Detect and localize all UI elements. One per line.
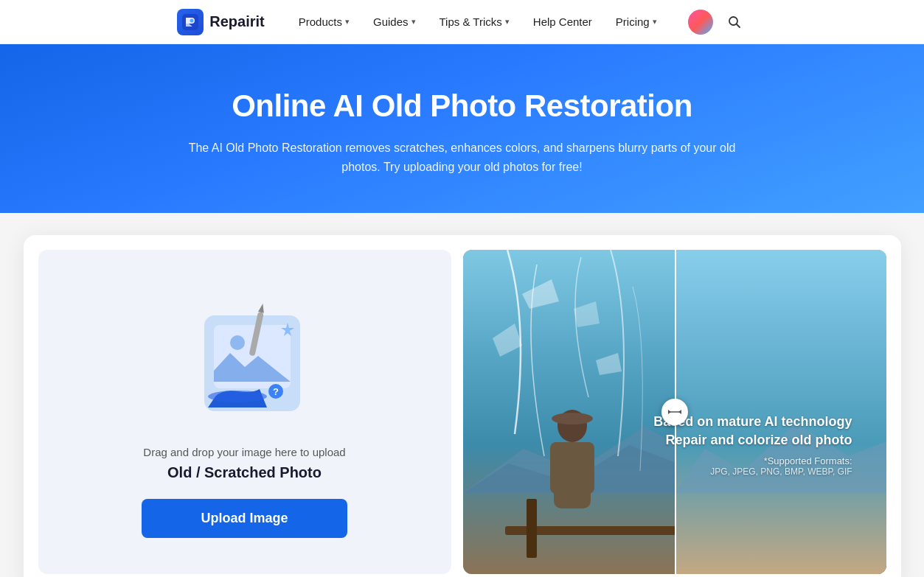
nav-label-tips: Tips & Tricks [440,15,502,28]
nav-items: Products ▾ Guides ▾ Tips & Tricks ▾ Help… [288,10,667,34]
bench-leg-left [527,499,537,558]
search-icon [727,15,742,29]
nav-item-pricing[interactable]: Pricing ▾ [605,10,667,34]
svg-point-5 [230,335,245,350]
preview-formats-list: JPG, JPEG, PNG, BMP, WEBP, GIF [653,466,852,477]
logo-icon [177,9,204,35]
upload-illustration: ? [164,282,326,430]
nav-inner: Repairit Products ▾ Guides ▾ Tips & Tric… [177,9,746,35]
preview-panel: Based on mature AI technology Repair and… [463,250,886,574]
main-tool-card: ? Drag and drop your image here to uploa… [24,235,901,577]
chevron-down-icon-tips: ▾ [505,17,510,27]
nav-item-tips[interactable]: Tips & Tricks ▾ [429,10,520,34]
svg-rect-14 [550,442,565,494]
user-avatar[interactable] [688,10,713,35]
svg-point-2 [729,17,737,25]
drag-drop-text: Drag and drop your image here to upload [143,446,345,458]
svg-marker-8 [258,303,265,312]
svg-text:?: ? [273,386,279,397]
upload-image-button[interactable]: Upload Image [142,499,347,538]
hero-title: Online AI Old Photo Restoration [15,88,909,124]
nav-label-products: Products [299,15,342,28]
comparison-drag-handle[interactable] [661,399,688,425]
nav-item-guides[interactable]: Guides ▾ [363,10,426,34]
chevron-down-icon-pricing: ▾ [653,17,657,27]
nav-label-help: Help Center [533,15,592,28]
nav-item-help[interactable]: Help Center [523,10,602,34]
search-button[interactable] [722,10,747,35]
navbar: Repairit Products ▾ Guides ▾ Tips & Tric… [0,0,924,44]
person1-silhouette [539,410,605,535]
logo-text: Repairit [209,13,264,30]
logo-link[interactable]: Repairit [177,9,264,35]
svg-point-12 [552,413,593,424]
hero-subtitle: The AI Old Photo Restoration removes scr… [182,139,743,176]
svg-rect-15 [580,442,594,494]
nav-actions [688,10,747,35]
nav-item-products[interactable]: Products ▾ [288,10,360,34]
svg-point-6 [208,391,267,402]
chevron-down-icon-guides: ▾ [411,17,416,27]
drag-arrows-icon [667,407,682,417]
hero-section: Online AI Old Photo Restoration The AI O… [0,44,924,213]
upload-panel: ? Drag and drop your image here to uploa… [38,250,451,574]
chevron-down-icon: ▾ [345,17,350,27]
file-type-label: Old / Scratched Photo [167,464,322,481]
preview-info-overlay: Based on mature AI technology Repair and… [653,413,852,477]
preview-formats-label: *Supported Formats: [653,455,852,466]
nav-label-pricing: Pricing [616,15,650,28]
svg-point-1 [190,18,194,22]
nav-label-guides: Guides [373,15,409,28]
